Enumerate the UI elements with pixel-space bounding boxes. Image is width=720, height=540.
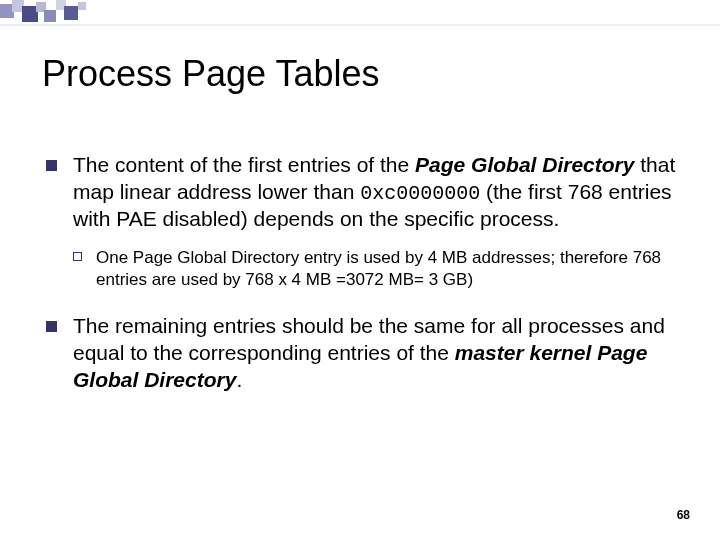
- body-content: The content of the first entries of the …: [46, 152, 676, 393]
- square-bullet-icon: [46, 321, 57, 332]
- decorative-squares: [0, 0, 720, 30]
- bullet-2-text: The remaining entries should be the same…: [73, 313, 676, 394]
- square-bullet-icon: [46, 160, 57, 171]
- text: .: [236, 368, 242, 391]
- bullet-1-text: The content of the first entries of the …: [73, 152, 676, 233]
- bullet-2: The remaining entries should be the same…: [46, 313, 676, 394]
- emphasis-text: Page Global Directory: [415, 153, 634, 176]
- sub-bullet-1: One Page Global Directory entry is used …: [73, 247, 676, 291]
- hollow-bullet-icon: [73, 252, 82, 261]
- page-number: 68: [677, 508, 690, 522]
- slide: Process Page Tables The content of the f…: [0, 0, 720, 540]
- text: The content of the first entries of the: [73, 153, 415, 176]
- code-text: 0xc0000000: [360, 182, 480, 205]
- bullet-1: The content of the first entries of the …: [46, 152, 676, 233]
- slide-title: Process Page Tables: [42, 54, 380, 94]
- sub-bullet-1-text: One Page Global Directory entry is used …: [96, 247, 676, 291]
